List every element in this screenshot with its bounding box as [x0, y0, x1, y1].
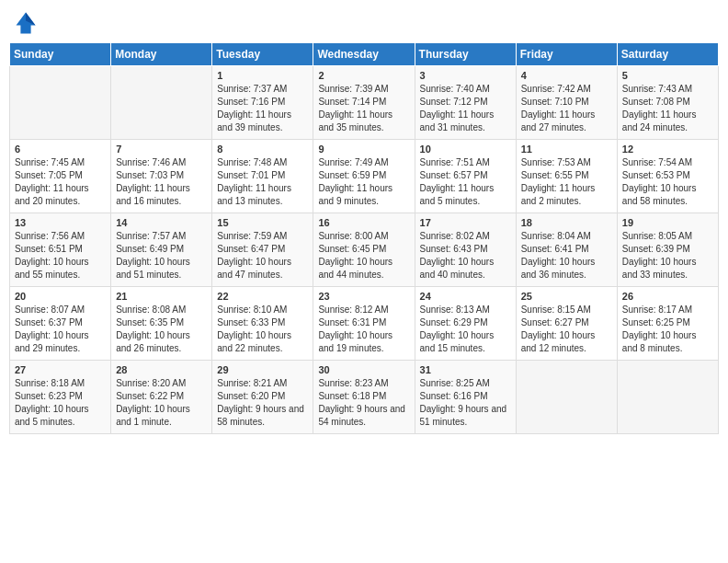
- daylight: Daylight: 10 hours and 47 minutes.: [217, 256, 308, 282]
- sunrise: Sunrise: 8:04 AM: [521, 230, 612, 243]
- cell-content: Sunrise: 8:02 AM Sunset: 6:43 PM Dayligh…: [420, 230, 511, 282]
- cell-content: Sunrise: 8:18 AM Sunset: 6:23 PM Dayligh…: [15, 377, 106, 429]
- sunrise: Sunrise: 7:46 AM: [116, 156, 207, 169]
- sunset: Sunset: 6:59 PM: [318, 169, 409, 182]
- sunset: Sunset: 6:29 PM: [420, 316, 511, 329]
- sunrise: Sunrise: 8:08 AM: [116, 304, 207, 316]
- calendar-cell: 27 Sunrise: 8:18 AM Sunset: 6:23 PM Dayl…: [10, 361, 111, 434]
- cell-content: Sunrise: 8:20 AM Sunset: 6:22 PM Dayligh…: [116, 377, 207, 429]
- daylight: Daylight: 11 hours and 35 minutes.: [318, 109, 409, 134]
- sunset: Sunset: 7:01 PM: [217, 169, 308, 182]
- sunrise: Sunrise: 8:20 AM: [116, 377, 207, 390]
- daylight: Daylight: 10 hours and 44 minutes.: [318, 256, 409, 282]
- sunrise: Sunrise: 7:39 AM: [318, 83, 409, 96]
- day-number: 7: [116, 144, 207, 155]
- sunrise: Sunrise: 7:57 AM: [116, 230, 207, 243]
- sunset: Sunset: 6:33 PM: [217, 316, 308, 329]
- cell-content: Sunrise: 7:59 AM Sunset: 6:47 PM Dayligh…: [217, 230, 308, 282]
- sunrise: Sunrise: 8:21 AM: [217, 377, 308, 390]
- cell-content: Sunrise: 8:07 AM Sunset: 6:37 PM Dayligh…: [15, 304, 106, 355]
- daylight: Daylight: 11 hours and 27 minutes.: [521, 109, 612, 134]
- daylight: Daylight: 11 hours and 16 minutes.: [116, 182, 207, 208]
- daylight: Daylight: 11 hours and 13 minutes.: [217, 182, 308, 208]
- daylight: Daylight: 9 hours and 51 minutes.: [420, 403, 511, 429]
- sunset: Sunset: 6:39 PM: [622, 243, 713, 256]
- day-number: 30: [318, 364, 409, 375]
- calendar-cell: 9 Sunrise: 7:49 AM Sunset: 6:59 PM Dayli…: [313, 140, 415, 213]
- sunset: Sunset: 6:22 PM: [116, 390, 207, 403]
- sunset: Sunset: 6:31 PM: [318, 316, 409, 329]
- day-number: 12: [622, 144, 713, 155]
- sunrise: Sunrise: 8:18 AM: [15, 377, 106, 390]
- sunset: Sunset: 6:23 PM: [15, 390, 106, 403]
- day-number: 23: [318, 291, 409, 302]
- day-number: 13: [15, 217, 106, 228]
- day-number: 10: [420, 144, 511, 155]
- daylight: Daylight: 10 hours and 8 minutes.: [622, 329, 713, 355]
- sunrise: Sunrise: 8:23 AM: [318, 377, 409, 390]
- sunset: Sunset: 6:51 PM: [15, 243, 106, 256]
- calendar-cell: 16 Sunrise: 8:00 AM Sunset: 6:45 PM Dayl…: [313, 213, 415, 287]
- calendar-cell: 7 Sunrise: 7:46 AM Sunset: 7:03 PM Dayli…: [111, 140, 212, 213]
- week-row-2: 13 Sunrise: 7:56 AM Sunset: 6:51 PM Dayl…: [10, 213, 719, 287]
- logo-icon: [13, 9, 39, 35]
- sunset: Sunset: 6:35 PM: [116, 316, 207, 329]
- calendar-cell: 21 Sunrise: 8:08 AM Sunset: 6:35 PM Dayl…: [111, 287, 212, 361]
- day-number: 16: [318, 217, 409, 228]
- cell-content: Sunrise: 7:53 AM Sunset: 6:55 PM Dayligh…: [521, 156, 612, 208]
- header-wednesday: Wednesday: [313, 43, 415, 66]
- calendar-cell: 31 Sunrise: 8:25 AM Sunset: 6:16 PM Dayl…: [415, 361, 516, 434]
- sunrise: Sunrise: 8:12 AM: [318, 304, 409, 316]
- calendar-cell: 2 Sunrise: 7:39 AM Sunset: 7:14 PM Dayli…: [313, 66, 415, 140]
- header-thursday: Thursday: [415, 43, 516, 66]
- sunrise: Sunrise: 7:51 AM: [420, 156, 511, 169]
- daylight: Daylight: 10 hours and 51 minutes.: [116, 256, 207, 282]
- calendar-cell: 22 Sunrise: 8:10 AM Sunset: 6:33 PM Dayl…: [212, 287, 313, 361]
- daylight: Daylight: 10 hours and 26 minutes.: [116, 329, 207, 355]
- sunrise: Sunrise: 7:43 AM: [622, 83, 713, 96]
- cell-content: Sunrise: 7:42 AM Sunset: 7:10 PM Dayligh…: [521, 83, 612, 134]
- sunset: Sunset: 6:18 PM: [318, 390, 409, 403]
- day-number: 17: [420, 217, 511, 228]
- calendar-cell: 11 Sunrise: 7:53 AM Sunset: 6:55 PM Dayl…: [516, 140, 617, 213]
- calendar-cell: 23 Sunrise: 8:12 AM Sunset: 6:31 PM Dayl…: [313, 287, 415, 361]
- calendar-cell: 15 Sunrise: 7:59 AM Sunset: 6:47 PM Dayl…: [212, 213, 313, 287]
- calendar-cell: 30 Sunrise: 8:23 AM Sunset: 6:18 PM Dayl…: [313, 361, 415, 434]
- daylight: Daylight: 10 hours and 33 minutes.: [622, 256, 713, 282]
- day-number: 2: [318, 70, 409, 81]
- day-number: 1: [217, 70, 308, 81]
- sunrise: Sunrise: 8:13 AM: [420, 304, 511, 316]
- cell-content: Sunrise: 7:37 AM Sunset: 7:16 PM Dayligh…: [217, 83, 308, 134]
- sunset: Sunset: 6:57 PM: [420, 169, 511, 182]
- sunrise: Sunrise: 8:00 AM: [318, 230, 409, 243]
- daylight: Daylight: 11 hours and 39 minutes.: [217, 109, 308, 134]
- calendar-cell: 25 Sunrise: 8:15 AM Sunset: 6:27 PM Dayl…: [516, 287, 617, 361]
- day-number: 3: [420, 70, 511, 81]
- cell-content: Sunrise: 8:15 AM Sunset: 6:27 PM Dayligh…: [521, 304, 612, 355]
- sunrise: Sunrise: 8:10 AM: [217, 304, 308, 316]
- cell-content: Sunrise: 8:21 AM Sunset: 6:20 PM Dayligh…: [217, 377, 308, 429]
- cell-content: Sunrise: 7:49 AM Sunset: 6:59 PM Dayligh…: [318, 156, 409, 208]
- day-number: 19: [622, 217, 713, 228]
- calendar-cell: 18 Sunrise: 8:04 AM Sunset: 6:41 PM Dayl…: [516, 213, 617, 287]
- day-number: 5: [622, 70, 713, 81]
- page-header: [9, 9, 719, 35]
- calendar-cell: 14 Sunrise: 7:57 AM Sunset: 6:49 PM Dayl…: [111, 213, 212, 287]
- daylight: Daylight: 10 hours and 15 minutes.: [420, 329, 511, 355]
- sunrise: Sunrise: 8:15 AM: [521, 304, 612, 316]
- cell-content: Sunrise: 7:43 AM Sunset: 7:08 PM Dayligh…: [622, 83, 713, 134]
- calendar-cell: 13 Sunrise: 7:56 AM Sunset: 6:51 PM Dayl…: [10, 213, 111, 287]
- calendar-cell: 20 Sunrise: 8:07 AM Sunset: 6:37 PM Dayl…: [10, 287, 111, 361]
- daylight: Daylight: 10 hours and 1 minute.: [116, 403, 207, 429]
- week-row-0: 1 Sunrise: 7:37 AM Sunset: 7:16 PM Dayli…: [10, 66, 719, 140]
- day-number: 4: [521, 70, 612, 81]
- day-number: 8: [217, 144, 308, 155]
- calendar-cell: 5 Sunrise: 7:43 AM Sunset: 7:08 PM Dayli…: [617, 66, 718, 140]
- sunset: Sunset: 6:27 PM: [521, 316, 612, 329]
- header-friday: Friday: [516, 43, 617, 66]
- cell-content: Sunrise: 7:54 AM Sunset: 6:53 PM Dayligh…: [622, 156, 713, 208]
- daylight: Daylight: 10 hours and 40 minutes.: [420, 256, 511, 282]
- calendar-cell: [10, 66, 111, 140]
- sunrise: Sunrise: 8:07 AM: [15, 304, 106, 316]
- daylight: Daylight: 11 hours and 5 minutes.: [420, 182, 511, 208]
